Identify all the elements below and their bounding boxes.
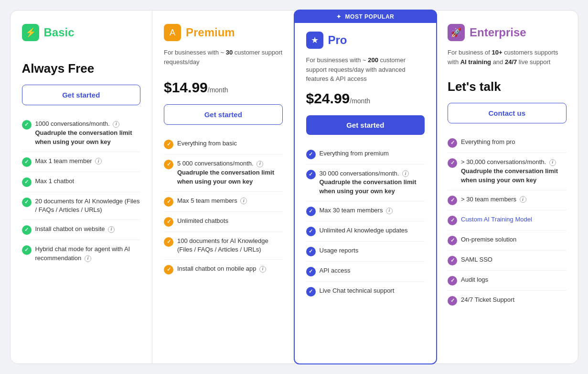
feature-item: ✓ Install chatbot on website i — [22, 220, 141, 240]
feature-text: 1000 conversations/month. iQuadruple the… — [35, 120, 141, 147]
plan-title-premium: Premium — [186, 26, 235, 39]
price-amount: $24.99 — [306, 90, 350, 106]
plan-desc-pro: For businesses with ~ 200 customer suppo… — [306, 55, 425, 84]
info-icon: i — [85, 255, 91, 262]
plan-header-basic: ⚡ Basic — [22, 24, 141, 41]
info-icon: i — [240, 198, 247, 204]
plan-icon-pro: ★ — [306, 32, 323, 49]
popular-badge-label: MOST POPULAR — [345, 13, 395, 20]
features-list-pro: ✓ Everything from premium ✓ 30 000 conve… — [306, 144, 425, 302]
check-icon: ✓ — [22, 198, 32, 207]
feature-item: ✓ 24/7 Ticket Support — [448, 291, 567, 310]
check-icon: ✓ — [306, 247, 316, 256]
check-icon: ✓ — [448, 196, 457, 205]
check-icon: ✓ — [448, 138, 457, 148]
price-period: /month — [208, 86, 228, 94]
cta-button-enterprise[interactable]: Contact us — [448, 103, 567, 123]
feature-text: SAML SSO — [461, 255, 492, 264]
feature-item: ✓ Max 5 team members i — [164, 192, 283, 212]
feature-item: ✓ Unlimited AI knowledge updates — [306, 221, 425, 242]
cta-button-premium[interactable]: Get started — [164, 104, 283, 125]
plan-col-premium: A Premium For businesses with ~ 30 custo… — [152, 11, 295, 363]
feature-text: Max 1 chatbot — [35, 177, 75, 186]
check-icon: ✓ — [164, 160, 173, 169]
feature-text: Live Chat technical support — [320, 286, 395, 296]
feature-text: Usage reports — [320, 246, 359, 255]
plan-desc-enterprise: For business of 10+ customers supports w… — [448, 48, 567, 73]
plan-price-basic: Always Free — [22, 61, 141, 76]
info-icon: i — [520, 196, 526, 203]
price-period: /month — [350, 97, 370, 105]
feature-text: Everything from basic — [177, 139, 237, 148]
feature-item: ✓ Everything from premium — [306, 144, 425, 165]
info-icon: i — [257, 161, 263, 167]
feature-text: 20 documents for AI Knowledge (Files / F… — [35, 197, 141, 215]
feature-text: Audit logs — [461, 275, 488, 285]
check-icon: ✓ — [306, 170, 316, 179]
info-icon: i — [108, 226, 115, 233]
feature-item: ✓ 5 000 conversations/month. iQuadruple … — [164, 154, 283, 192]
check-icon: ✓ — [448, 276, 457, 286]
price-amount: $14.99 — [164, 79, 208, 95]
check-icon: ✓ — [448, 216, 457, 225]
feature-item: ✓ Unlimited chatbots — [164, 212, 283, 232]
cta-button-pro[interactable]: Get started — [306, 115, 425, 135]
feature-text: 5 000 conversations/month. iQuadruple th… — [177, 159, 283, 187]
check-icon: ✓ — [448, 256, 457, 265]
custom-ai-link[interactable]: Custom AI Training Model — [461, 216, 532, 223]
feature-item: ✓ 30 000 conversations/month. iQuadruple… — [306, 165, 425, 202]
feature-text: Unlimited chatbots — [177, 217, 228, 226]
plan-desc-premium: For businesses with ~ 30 customer suppor… — [164, 48, 283, 73]
check-icon: ✓ — [306, 207, 316, 216]
feature-item: ✓ Everything from pro — [448, 133, 567, 153]
check-icon: ✓ — [306, 267, 316, 276]
pricing-table: ⚡ Basic Always FreeGet started ✓ 1000 co… — [10, 10, 578, 364]
feature-item: ✓ 1000 conversations/month. iQuadruple t… — [22, 115, 141, 152]
features-list-basic: ✓ 1000 conversations/month. iQuadruple t… — [22, 115, 141, 268]
plan-header-premium: A Premium — [164, 24, 283, 41]
plan-icon-enterprise: 🚀 — [448, 24, 465, 41]
feature-text: Max 30 team members i — [320, 206, 393, 215]
check-icon: ✓ — [448, 158, 457, 168]
check-icon: ✓ — [448, 236, 457, 245]
feature-text: 100 documents for AI Knowledge (Files / … — [177, 237, 283, 255]
features-list-enterprise: ✓ Everything from pro ✓ > 30,000 convers… — [448, 133, 567, 310]
plan-icon-basic: ⚡ — [22, 24, 39, 41]
feature-text: Everything from premium — [320, 149, 389, 158]
feature-item: ✓ Hybrid chat mode for agent with AI rec… — [22, 240, 141, 268]
feature-item: ✓ Audit logs — [448, 271, 567, 291]
check-icon: ✓ — [164, 140, 173, 149]
plan-header-pro: ★ Pro — [306, 32, 425, 49]
feature-item: ✓ Max 1 team member i — [22, 152, 141, 172]
feature-item: ✓ Custom AI Training Model — [448, 210, 567, 231]
check-icon: ✓ — [448, 296, 457, 306]
feature-item: ✓ Max 30 team members i — [306, 201, 425, 221]
info-icon: i — [549, 159, 556, 166]
feature-item: ✓ API access — [306, 262, 425, 282]
feature-text: Hybrid chat mode for agent with AI recom… — [35, 245, 141, 263]
check-icon: ✓ — [164, 237, 173, 247]
info-icon: i — [259, 266, 266, 273]
feature-item: ✓ 100 documents for AI Knowledge (Files … — [164, 232, 283, 260]
popular-badge: ✦ MOST POPULAR — [295, 11, 437, 23]
info-icon: i — [402, 170, 409, 177]
check-icon: ✓ — [306, 227, 316, 236]
feature-item: ✓ > 30,000 conversations/month. iQuadrup… — [448, 153, 567, 190]
check-icon: ✓ — [164, 217, 173, 227]
check-icon: ✓ — [306, 150, 316, 159]
feature-item: ✓ 20 documents for AI Knowledge (Files /… — [22, 192, 141, 220]
check-icon: ✓ — [164, 265, 173, 275]
plan-col-pro: ✦ MOST POPULAR ★ Pro For businesses with… — [294, 10, 438, 364]
feature-item: ✓ Usage reports — [306, 242, 425, 262]
feature-text: Max 1 team member i — [35, 157, 102, 166]
info-icon: i — [113, 121, 119, 128]
feature-text: Install chatbot on mobile app i — [177, 264, 266, 274]
cta-button-basic[interactable]: Get started — [22, 85, 141, 105]
feature-text: On-premise solution — [461, 235, 516, 244]
popular-badge-icon: ✦ — [336, 13, 342, 20]
info-icon: i — [386, 208, 393, 214]
feature-text: Unlimited AI knowledge updates — [320, 226, 408, 235]
feature-text: API access — [320, 266, 351, 275]
plan-title-basic: Basic — [44, 26, 75, 39]
check-icon: ✓ — [22, 157, 32, 167]
